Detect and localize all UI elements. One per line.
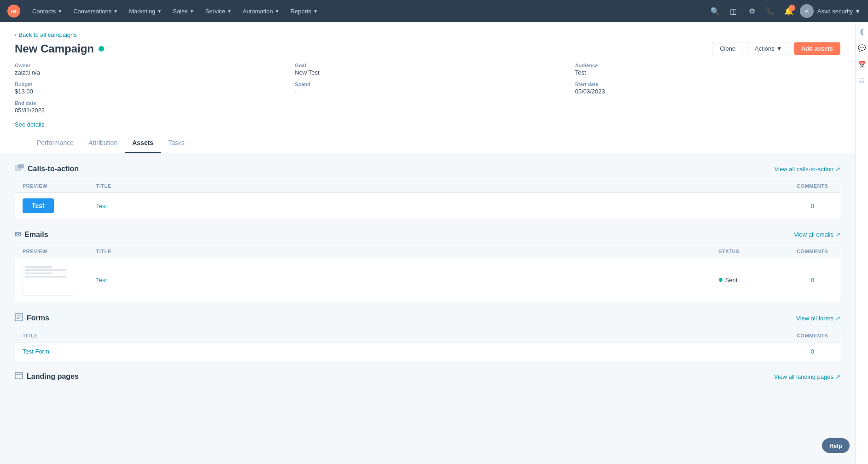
svg-rect-9 [15, 372, 23, 374]
chevron-down-icon: ▼ [157, 9, 162, 14]
see-details-link[interactable]: See details [15, 121, 44, 128]
emails-section: ✉ Emails View all emails ↗ PREVIEW TITLE… [15, 230, 840, 302]
chevron-down-icon: ▼ [855, 8, 861, 15]
email-col-title: TITLE [89, 245, 711, 258]
form-title-cell: Test Form [15, 342, 785, 361]
form-title-link[interactable]: Test Form [23, 348, 49, 355]
chevron-down-icon: ▼ [275, 9, 280, 14]
email-title-link[interactable]: Test [96, 277, 107, 284]
form-comments-cell: 0 [785, 342, 840, 361]
cta-title-cell: Test [89, 193, 785, 219]
nav-conversations[interactable]: Conversations ▼ [69, 5, 122, 17]
chevron-left-icon: ‹ [15, 31, 17, 38]
nav-contacts[interactable]: Contacts ▼ [28, 5, 67, 17]
nav-automation[interactable]: Automation ▼ [238, 5, 284, 17]
external-link-icon: ↗ [835, 231, 840, 238]
cta-comments-cell: 0 [785, 193, 840, 219]
external-link-icon: ↗ [835, 373, 840, 380]
meta-owner: Owner zaizai n/a [15, 63, 280, 76]
email-preview-line [25, 276, 66, 278]
email-preview-line [25, 269, 66, 271]
search-icon[interactable]: 🔍 [708, 4, 722, 18]
view-all-cta-link[interactable]: View all calls-to-action ↗ [775, 166, 840, 173]
cta-title-link[interactable]: Test [96, 203, 107, 209]
cta-section-title: Calls-to-action [15, 164, 79, 174]
meta-end-date: End date 05/31/2023 [15, 100, 280, 114]
campaign-metadata: Owner zaizai n/a Goal New Test Audience … [15, 63, 840, 119]
actions-button[interactable]: Actions ▼ [747, 42, 790, 55]
email-preview-line [25, 273, 52, 274]
notifications-icon[interactable]: 🔔 1 [781, 4, 796, 18]
email-status-badge: Sent [719, 277, 778, 284]
landing-pages-section-title: Landing pages [15, 372, 79, 381]
svg-rect-3 [18, 164, 24, 168]
email-status-cell: Sent [711, 258, 785, 302]
nav-service[interactable]: Service ▼ [201, 5, 236, 17]
email-preview-line [25, 266, 52, 268]
back-to-campaigns-link[interactable]: ‹ Back to all campaigns [15, 31, 840, 38]
table-row: Test Test 0 [15, 193, 840, 219]
forms-col-comments: COMMENTS [785, 329, 840, 342]
chevron-down-icon: ▼ [776, 45, 782, 52]
chevron-down-icon: ▼ [113, 9, 118, 14]
chevron-down-icon: ▼ [58, 9, 62, 14]
tab-assets[interactable]: Assets [125, 133, 161, 153]
help-button[interactable]: Help [822, 438, 850, 453]
user-menu[interactable]: Asvd security ▼ [817, 8, 861, 15]
email-col-status: STATUS [711, 245, 785, 258]
sidebar-collapse-icon[interactable]: ❮ [856, 26, 868, 37]
nav-reports[interactable]: Reports ▼ [286, 5, 322, 17]
cta-preview-button: Test [23, 198, 54, 213]
cta-col-comments: COMMENTS [785, 180, 840, 193]
cta-col-preview: PREVIEW [15, 180, 89, 193]
campaign-title: New Campaign [15, 42, 94, 55]
forms-section: Forms View all forms ↗ TITLE COMMENTS [15, 313, 840, 361]
campaign-title-left: New Campaign [15, 42, 104, 55]
forms-section-title: Forms [15, 313, 49, 323]
view-all-forms-link[interactable]: View all forms ↗ [796, 315, 840, 322]
campaign-actions: Clone Actions ▼ Add assets [712, 42, 840, 55]
sidebar-chat-icon[interactable]: 💬 [856, 42, 868, 53]
chevron-down-icon: ▼ [313, 9, 318, 14]
clone-button[interactable]: Clone [712, 42, 743, 55]
forms-icon [15, 313, 23, 323]
emails-table: PREVIEW TITLE STATUS COMMENTS [15, 244, 840, 302]
forms-col-title: TITLE [15, 329, 785, 342]
tab-performance[interactable]: Performance [29, 133, 81, 153]
main-content: ‹ Back to all campaigns New Campaign Clo… [0, 22, 855, 464]
page-body: Calls-to-action View all calls-to-action… [0, 153, 855, 464]
avatar[interactable]: A [800, 4, 814, 18]
cta-icon [15, 164, 24, 174]
campaign-header: ‹ Back to all campaigns New Campaign Clo… [0, 22, 855, 153]
status-dot [99, 46, 104, 52]
tab-attribution[interactable]: Attribution [81, 133, 125, 153]
meta-goal: Goal New Test [295, 63, 560, 76]
add-assets-button[interactable]: Add assets [794, 42, 840, 55]
external-link-icon: ↗ [835, 315, 840, 322]
right-sidebar: ❮ 💬 📅 ☷ [855, 22, 868, 464]
hubspot-logo[interactable]: HS [7, 5, 20, 17]
sidebar-calendar-icon[interactable]: 📅 [856, 59, 868, 70]
forms-section-header: Forms View all forms ↗ [15, 313, 840, 323]
email-col-preview: PREVIEW [15, 245, 89, 258]
email-comments-cell: 0 [785, 258, 840, 302]
meta-start-date: Start date 05/03/2023 [575, 81, 840, 95]
email-preview-thumbnail [23, 264, 73, 296]
landing-page-icon [15, 372, 23, 381]
view-all-landing-pages-link[interactable]: View all landing pages ↗ [774, 373, 840, 380]
view-all-emails-link[interactable]: View all emails ↗ [794, 231, 840, 238]
meta-audience: Audience Test [575, 63, 840, 76]
cta-section: Calls-to-action View all calls-to-action… [15, 164, 840, 219]
email-icon: ✉ [15, 230, 21, 239]
sidebar-grid-icon[interactable]: ☷ [856, 75, 868, 87]
nav-sales[interactable]: Sales ▼ [168, 5, 198, 17]
tab-tasks[interactable]: Tasks [161, 133, 192, 153]
settings-icon[interactable]: ⚙ [745, 4, 759, 18]
nav-marketing[interactable]: Marketing ▼ [124, 5, 166, 17]
cta-table: PREVIEW TITLE COMMENTS Test Test [15, 179, 840, 219]
marketplace-icon[interactable]: ◫ [726, 4, 741, 18]
emails-section-header: ✉ Emails View all emails ↗ [15, 230, 840, 239]
external-link-icon: ↗ [835, 166, 840, 173]
svg-text:HS: HS [11, 9, 17, 14]
phone-icon[interactable]: 📞 [763, 4, 778, 18]
